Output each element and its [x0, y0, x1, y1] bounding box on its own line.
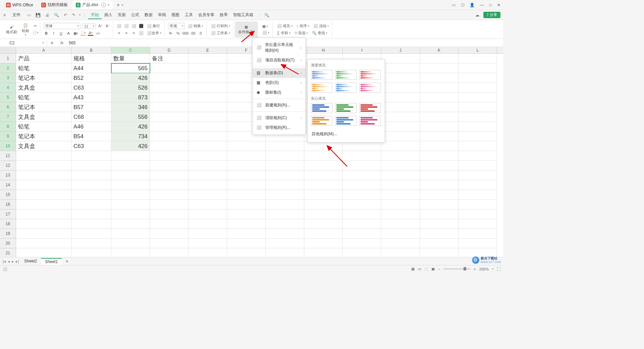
- redo-icon[interactable]: ↷: [71, 12, 76, 18]
- fill-button[interactable]: ⬜填充▾: [276, 23, 293, 29]
- row-header[interactable]: 4: [0, 83, 16, 93]
- cell[interactable]: [304, 219, 343, 229]
- cell[interactable]: B54: [71, 132, 111, 141]
- cell[interactable]: [343, 200, 381, 209]
- menu-页面[interactable]: 页面: [115, 11, 128, 18]
- cancel-icon[interactable]: ✕: [47, 41, 57, 45]
- cell[interactable]: [459, 229, 497, 239]
- inc-decimal-icon[interactable]: .00: [190, 31, 196, 36]
- tab-template[interactable]: D 找稻壳模板: [38, 1, 71, 9]
- save-icon[interactable]: 💾: [35, 12, 41, 18]
- cell[interactable]: [343, 219, 381, 229]
- bold-icon[interactable]: B: [44, 31, 49, 36]
- cell[interactable]: [150, 151, 189, 161]
- cell[interactable]: 文具盒: [16, 83, 71, 93]
- cell[interactable]: [343, 248, 381, 257]
- cell[interactable]: [420, 219, 459, 229]
- cell[interactable]: [266, 248, 304, 257]
- cell[interactable]: 铅笔: [16, 122, 71, 132]
- databar-swatch[interactable]: [335, 83, 357, 93]
- cell[interactable]: [343, 141, 381, 151]
- row-header[interactable]: 21: [0, 248, 16, 257]
- cell[interactable]: [381, 161, 420, 170]
- row-header[interactable]: 19: [0, 229, 16, 239]
- col-header[interactable]: L: [459, 47, 497, 53]
- cell[interactable]: [71, 239, 111, 248]
- cell[interactable]: [459, 209, 497, 219]
- sheet-first-icon[interactable]: |◂: [3, 259, 6, 264]
- select-all-corner[interactable]: [0, 47, 16, 53]
- cell[interactable]: [266, 239, 304, 248]
- tab-close-icon[interactable]: ○: [101, 3, 106, 7]
- search-icon[interactable]: 🔍: [264, 12, 270, 18]
- cell[interactable]: [343, 180, 381, 190]
- menu-manage[interactable]: ⬜管理规则(R)...: [253, 123, 306, 133]
- cell[interactable]: 346: [111, 102, 150, 112]
- rowcol-button[interactable]: ⬜行和列▾: [210, 23, 231, 29]
- print-icon[interactable]: 🖨: [45, 12, 50, 18]
- underline-icon[interactable]: U: [58, 31, 64, 36]
- cell[interactable]: [189, 54, 227, 63]
- col-header[interactable]: J: [381, 47, 420, 53]
- cell[interactable]: [150, 63, 189, 73]
- dec-decimal-icon[interactable]: .0: [198, 31, 203, 36]
- clear-format-icon[interactable]: ◇▾: [95, 31, 101, 36]
- cloud-icon[interactable]: ☁: [475, 12, 480, 18]
- new-icon[interactable]: ▭: [26, 12, 32, 18]
- databar-swatch[interactable]: [311, 103, 332, 113]
- cell[interactable]: 873: [111, 93, 150, 102]
- cell[interactable]: [150, 209, 189, 219]
- cell[interactable]: [189, 219, 227, 229]
- col-header[interactable]: H: [304, 47, 343, 53]
- cell[interactable]: 526: [111, 83, 150, 93]
- cell[interactable]: [420, 122, 459, 132]
- cell[interactable]: [16, 239, 71, 248]
- cell[interactable]: [189, 141, 227, 151]
- cell[interactable]: 产品: [16, 54, 71, 63]
- cell[interactable]: [343, 209, 381, 219]
- menu-top-rules[interactable]: ⬜项目选取规则(T)›: [253, 55, 306, 65]
- databar-swatch[interactable]: [359, 83, 381, 93]
- row-header[interactable]: 2: [0, 63, 16, 73]
- decrease-font-icon[interactable]: A⁻: [105, 23, 111, 29]
- databar-swatch[interactable]: [335, 103, 357, 113]
- cell[interactable]: 文具盒: [16, 141, 71, 151]
- cell[interactable]: [189, 122, 227, 132]
- cell[interactable]: [266, 190, 304, 200]
- cell[interactable]: [420, 83, 459, 93]
- menu-效率[interactable]: 效率: [217, 11, 230, 18]
- cell[interactable]: [150, 122, 189, 132]
- cell[interactable]: 426: [111, 141, 150, 151]
- cell[interactable]: [16, 209, 71, 219]
- cell[interactable]: [420, 73, 459, 83]
- qat-dropdown-icon[interactable]: ▾: [79, 13, 80, 16]
- cell[interactable]: [111, 200, 150, 209]
- cell[interactable]: [189, 83, 227, 93]
- row-header[interactable]: 13: [0, 170, 16, 180]
- freeze-button[interactable]: ⬜冻结▾: [312, 23, 330, 29]
- status-mode-icon[interactable]: ⬜: [3, 267, 7, 271]
- databar-swatch[interactable]: [335, 116, 357, 126]
- cell[interactable]: [459, 112, 497, 122]
- avatar-icon[interactable]: 👤: [470, 3, 475, 7]
- zoom-in-icon[interactable]: +: [474, 267, 476, 271]
- cell[interactable]: [71, 209, 111, 219]
- cell[interactable]: [189, 102, 227, 112]
- cell[interactable]: [150, 229, 189, 239]
- cell[interactable]: [227, 239, 266, 248]
- wrap-button[interactable]: ⬜换行: [146, 23, 161, 29]
- cell[interactable]: [227, 248, 266, 257]
- cell[interactable]: [381, 219, 420, 229]
- zoom-dropdown-icon[interactable]: ▾: [492, 267, 493, 270]
- cell[interactable]: [459, 102, 497, 112]
- cell[interactable]: [343, 190, 381, 200]
- cell[interactable]: [459, 93, 497, 102]
- sheet-last-icon[interactable]: ▸|: [16, 259, 19, 264]
- cell[interactable]: [150, 93, 189, 102]
- cell[interactable]: [420, 161, 459, 170]
- cell[interactable]: B52: [71, 73, 111, 83]
- row-header[interactable]: 12: [0, 161, 16, 170]
- cell[interactable]: [381, 73, 420, 83]
- view-page-icon[interactable]: ▭: [418, 267, 421, 271]
- cell[interactable]: [343, 170, 381, 180]
